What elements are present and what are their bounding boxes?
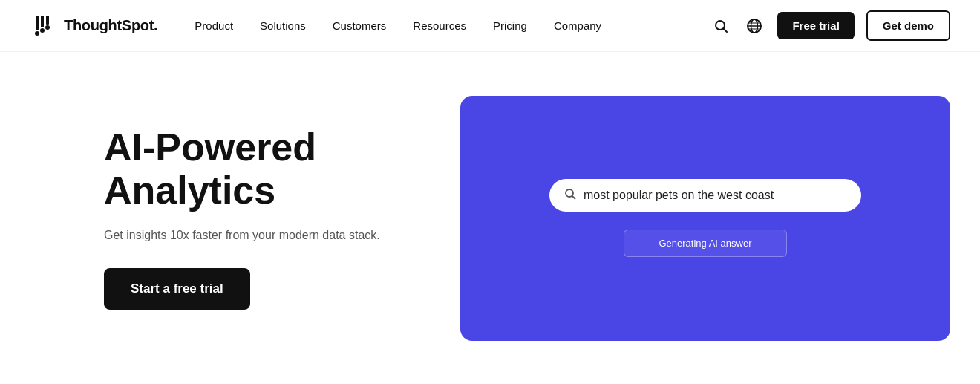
- logo-text: ThoughtSpot.: [64, 17, 157, 34]
- hero-subtext: Get insights 10x faster from your modern…: [104, 227, 416, 244]
- start-trial-button[interactable]: Start a free trial: [104, 268, 250, 310]
- search-button[interactable]: [710, 16, 731, 36]
- hero-heading: AI-Powered Analytics: [104, 126, 416, 211]
- svg-line-14: [572, 196, 575, 199]
- svg-line-7: [724, 28, 728, 32]
- search-bar-icon: [564, 188, 576, 203]
- search-icon: [713, 19, 728, 33]
- logo-icon: [30, 13, 56, 39]
- svg-point-4: [40, 28, 45, 33]
- free-trial-button[interactable]: Free trial: [777, 12, 854, 39]
- globe-icon: [746, 18, 762, 34]
- demo-panel: most popular pets on the west coast Gene…: [460, 96, 950, 341]
- main-content: AI-Powered Analytics Get insights 10x fa…: [0, 52, 980, 384]
- globe-button[interactable]: [743, 15, 765, 37]
- hero-section: AI-Powered Analytics Get insights 10x fa…: [104, 126, 416, 309]
- svg-point-5: [45, 25, 50, 30]
- generating-answer-button[interactable]: Generating AI answer: [624, 230, 787, 257]
- get-demo-button[interactable]: Get demo: [866, 10, 950, 41]
- svg-rect-0: [36, 16, 39, 30]
- nav-links: Product Solutions Customers Resources Pr…: [195, 19, 710, 32]
- nav-actions: Free trial Get demo: [710, 10, 950, 41]
- nav-customers[interactable]: Customers: [333, 19, 387, 32]
- nav-product[interactable]: Product: [195, 19, 233, 32]
- hero-heading-line2: Analytics: [104, 169, 275, 212]
- search-bar: most popular pets on the west coast: [549, 179, 861, 212]
- logo-area[interactable]: ThoughtSpot.: [30, 13, 157, 39]
- svg-rect-1: [41, 16, 44, 27]
- search-query-text: most popular pets on the west coast: [584, 189, 846, 202]
- nav-solutions[interactable]: Solutions: [260, 19, 306, 32]
- svg-point-3: [35, 31, 39, 36]
- nav-company[interactable]: Company: [554, 19, 601, 32]
- nav-pricing[interactable]: Pricing: [493, 19, 527, 32]
- svg-rect-2: [46, 16, 49, 25]
- hero-heading-line1: AI-Powered: [104, 126, 316, 169]
- nav-resources[interactable]: Resources: [413, 19, 466, 32]
- navbar: ThoughtSpot. Product Solutions Customers…: [0, 0, 980, 52]
- search-icon-inner: [564, 188, 576, 200]
